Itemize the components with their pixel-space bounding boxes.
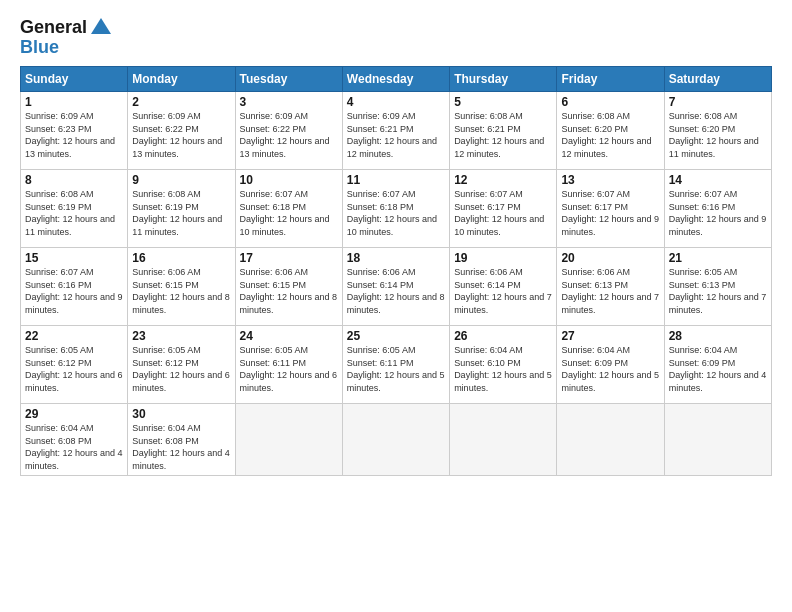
day-number: 25 <box>347 329 445 343</box>
day-info: Sunrise: 6:08 AM Sunset: 6:21 PM Dayligh… <box>454 110 552 160</box>
day-info: Sunrise: 6:05 AM Sunset: 6:12 PM Dayligh… <box>25 344 123 394</box>
day-number: 19 <box>454 251 552 265</box>
calendar-header-thursday: Thursday <box>450 67 557 92</box>
calendar-cell: 28Sunrise: 6:04 AM Sunset: 6:09 PM Dayli… <box>664 326 771 404</box>
day-info: Sunrise: 6:09 AM Sunset: 6:22 PM Dayligh… <box>132 110 230 160</box>
day-number: 12 <box>454 173 552 187</box>
day-number: 18 <box>347 251 445 265</box>
calendar-cell <box>450 404 557 476</box>
day-number: 17 <box>240 251 338 265</box>
day-number: 20 <box>561 251 659 265</box>
logo-general: General <box>20 18 87 36</box>
day-info: Sunrise: 6:07 AM Sunset: 6:16 PM Dayligh… <box>25 266 123 316</box>
day-number: 22 <box>25 329 123 343</box>
svg-marker-0 <box>91 18 111 34</box>
day-info: Sunrise: 6:09 AM Sunset: 6:23 PM Dayligh… <box>25 110 123 160</box>
day-number: 26 <box>454 329 552 343</box>
day-info: Sunrise: 6:09 AM Sunset: 6:22 PM Dayligh… <box>240 110 338 160</box>
day-info: Sunrise: 6:07 AM Sunset: 6:16 PM Dayligh… <box>669 188 767 238</box>
day-number: 6 <box>561 95 659 109</box>
logo-block: General Blue <box>20 16 112 58</box>
day-info: Sunrise: 6:08 AM Sunset: 6:19 PM Dayligh… <box>132 188 230 238</box>
calendar-cell: 29Sunrise: 6:04 AM Sunset: 6:08 PM Dayli… <box>21 404 128 476</box>
day-info: Sunrise: 6:06 AM Sunset: 6:15 PM Dayligh… <box>240 266 338 316</box>
calendar-cell: 26Sunrise: 6:04 AM Sunset: 6:10 PM Dayli… <box>450 326 557 404</box>
day-number: 23 <box>132 329 230 343</box>
logo-blue: Blue <box>20 37 112 58</box>
header: General Blue <box>20 16 772 58</box>
day-number: 13 <box>561 173 659 187</box>
calendar-cell: 10Sunrise: 6:07 AM Sunset: 6:18 PM Dayli… <box>235 170 342 248</box>
day-info: Sunrise: 6:04 AM Sunset: 6:08 PM Dayligh… <box>132 422 230 472</box>
day-info: Sunrise: 6:04 AM Sunset: 6:09 PM Dayligh… <box>561 344 659 394</box>
day-info: Sunrise: 6:05 AM Sunset: 6:11 PM Dayligh… <box>347 344 445 394</box>
calendar-cell <box>557 404 664 476</box>
calendar-cell: 30Sunrise: 6:04 AM Sunset: 6:08 PM Dayli… <box>128 404 235 476</box>
logo-icon <box>90 16 112 38</box>
day-info: Sunrise: 6:06 AM Sunset: 6:15 PM Dayligh… <box>132 266 230 316</box>
day-number: 2 <box>132 95 230 109</box>
calendar-header-wednesday: Wednesday <box>342 67 449 92</box>
day-number: 4 <box>347 95 445 109</box>
calendar-header-monday: Monday <box>128 67 235 92</box>
calendar-header-row: SundayMondayTuesdayWednesdayThursdayFrid… <box>21 67 772 92</box>
day-info: Sunrise: 6:04 AM Sunset: 6:09 PM Dayligh… <box>669 344 767 394</box>
day-number: 24 <box>240 329 338 343</box>
calendar-cell: 3Sunrise: 6:09 AM Sunset: 6:22 PM Daylig… <box>235 92 342 170</box>
calendar-cell: 15Sunrise: 6:07 AM Sunset: 6:16 PM Dayli… <box>21 248 128 326</box>
calendar-header-tuesday: Tuesday <box>235 67 342 92</box>
calendar-cell: 25Sunrise: 6:05 AM Sunset: 6:11 PM Dayli… <box>342 326 449 404</box>
logo: General Blue <box>20 16 112 58</box>
day-number: 28 <box>669 329 767 343</box>
day-number: 30 <box>132 407 230 421</box>
day-info: Sunrise: 6:06 AM Sunset: 6:14 PM Dayligh… <box>347 266 445 316</box>
calendar-cell: 16Sunrise: 6:06 AM Sunset: 6:15 PM Dayli… <box>128 248 235 326</box>
day-info: Sunrise: 6:04 AM Sunset: 6:08 PM Dayligh… <box>25 422 123 472</box>
calendar-cell: 22Sunrise: 6:05 AM Sunset: 6:12 PM Dayli… <box>21 326 128 404</box>
day-number: 14 <box>669 173 767 187</box>
calendar-cell: 6Sunrise: 6:08 AM Sunset: 6:20 PM Daylig… <box>557 92 664 170</box>
day-number: 15 <box>25 251 123 265</box>
calendar-cell: 13Sunrise: 6:07 AM Sunset: 6:17 PM Dayli… <box>557 170 664 248</box>
calendar-cell: 27Sunrise: 6:04 AM Sunset: 6:09 PM Dayli… <box>557 326 664 404</box>
calendar-cell: 2Sunrise: 6:09 AM Sunset: 6:22 PM Daylig… <box>128 92 235 170</box>
day-number: 11 <box>347 173 445 187</box>
calendar-cell: 14Sunrise: 6:07 AM Sunset: 6:16 PM Dayli… <box>664 170 771 248</box>
page: General Blue SundayMondayTuesdayWednesda… <box>0 0 792 612</box>
calendar-cell <box>342 404 449 476</box>
calendar-cell: 23Sunrise: 6:05 AM Sunset: 6:12 PM Dayli… <box>128 326 235 404</box>
day-number: 27 <box>561 329 659 343</box>
calendar-row: 29Sunrise: 6:04 AM Sunset: 6:08 PM Dayli… <box>21 404 772 476</box>
day-info: Sunrise: 6:08 AM Sunset: 6:20 PM Dayligh… <box>561 110 659 160</box>
calendar-cell: 19Sunrise: 6:06 AM Sunset: 6:14 PM Dayli… <box>450 248 557 326</box>
day-info: Sunrise: 6:06 AM Sunset: 6:13 PM Dayligh… <box>561 266 659 316</box>
day-number: 3 <box>240 95 338 109</box>
day-number: 29 <box>25 407 123 421</box>
day-number: 21 <box>669 251 767 265</box>
day-number: 8 <box>25 173 123 187</box>
calendar-cell: 20Sunrise: 6:06 AM Sunset: 6:13 PM Dayli… <box>557 248 664 326</box>
calendar-row: 8Sunrise: 6:08 AM Sunset: 6:19 PM Daylig… <box>21 170 772 248</box>
day-number: 7 <box>669 95 767 109</box>
calendar-cell: 1Sunrise: 6:09 AM Sunset: 6:23 PM Daylig… <box>21 92 128 170</box>
day-info: Sunrise: 6:08 AM Sunset: 6:20 PM Dayligh… <box>669 110 767 160</box>
day-info: Sunrise: 6:09 AM Sunset: 6:21 PM Dayligh… <box>347 110 445 160</box>
calendar-cell: 9Sunrise: 6:08 AM Sunset: 6:19 PM Daylig… <box>128 170 235 248</box>
calendar-cell: 17Sunrise: 6:06 AM Sunset: 6:15 PM Dayli… <box>235 248 342 326</box>
calendar-cell: 24Sunrise: 6:05 AM Sunset: 6:11 PM Dayli… <box>235 326 342 404</box>
day-info: Sunrise: 6:05 AM Sunset: 6:12 PM Dayligh… <box>132 344 230 394</box>
day-info: Sunrise: 6:06 AM Sunset: 6:14 PM Dayligh… <box>454 266 552 316</box>
day-info: Sunrise: 6:04 AM Sunset: 6:10 PM Dayligh… <box>454 344 552 394</box>
day-number: 16 <box>132 251 230 265</box>
calendar-cell: 21Sunrise: 6:05 AM Sunset: 6:13 PM Dayli… <box>664 248 771 326</box>
calendar-cell <box>235 404 342 476</box>
calendar-cell: 5Sunrise: 6:08 AM Sunset: 6:21 PM Daylig… <box>450 92 557 170</box>
day-info: Sunrise: 6:07 AM Sunset: 6:17 PM Dayligh… <box>454 188 552 238</box>
calendar: SundayMondayTuesdayWednesdayThursdayFrid… <box>20 66 772 476</box>
calendar-cell: 7Sunrise: 6:08 AM Sunset: 6:20 PM Daylig… <box>664 92 771 170</box>
calendar-cell <box>664 404 771 476</box>
day-number: 9 <box>132 173 230 187</box>
day-number: 10 <box>240 173 338 187</box>
calendar-cell: 4Sunrise: 6:09 AM Sunset: 6:21 PM Daylig… <box>342 92 449 170</box>
calendar-row: 15Sunrise: 6:07 AM Sunset: 6:16 PM Dayli… <box>21 248 772 326</box>
